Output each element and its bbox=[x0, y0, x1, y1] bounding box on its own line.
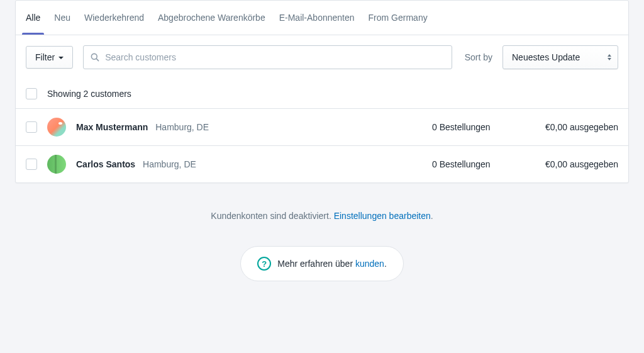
svg-line-1 bbox=[97, 59, 99, 60]
customer-location: Hamburg, DE bbox=[155, 122, 209, 132]
caret-down-icon bbox=[58, 57, 64, 59]
tab-wiederkehrend[interactable]: Wiederkehrend bbox=[84, 1, 144, 35]
avatar bbox=[47, 118, 66, 137]
tab-abgebrochene[interactable]: Abgebrochene Warenkörbe bbox=[158, 1, 265, 35]
notice-text: Kundenkonten sind deaktiviert. bbox=[211, 211, 333, 221]
tab-email-abonnenten[interactable]: E-Mail-Abonnenten bbox=[279, 1, 355, 35]
sort-by-label: Sort by bbox=[465, 52, 492, 62]
help-icon: ? bbox=[257, 257, 271, 271]
toolbar: Filter Sort by Neuestes Update bbox=[16, 35, 628, 79]
sort-selected-value: Neuestes Update bbox=[512, 52, 580, 62]
help-pill[interactable]: ? Mehr erfahren über kunden. bbox=[240, 246, 404, 281]
tab-alle[interactable]: Alle bbox=[26, 1, 40, 35]
customer-name: Max Mustermann bbox=[76, 122, 148, 132]
search-field[interactable] bbox=[83, 45, 452, 69]
row-checkbox[interactable] bbox=[26, 121, 37, 133]
select-all-checkbox[interactable] bbox=[26, 88, 37, 99]
help-suffix: . bbox=[384, 259, 387, 269]
sort-select[interactable]: Neuestes Update bbox=[502, 45, 618, 69]
help-prefix: Mehr erfahren über bbox=[277, 259, 355, 269]
filter-button[interactable]: Filter bbox=[26, 46, 73, 69]
avatar bbox=[47, 155, 66, 174]
customer-spent: €0,00 ausgegeben bbox=[524, 159, 618, 169]
edit-settings-link[interactable]: Einstellungen bearbeiten bbox=[334, 211, 431, 221]
search-input[interactable] bbox=[105, 52, 445, 62]
customers-card: Alle Neu Wiederkehrend Abgebrochene Ware… bbox=[15, 0, 629, 183]
customer-orders: 0 Bestellungen bbox=[432, 122, 514, 132]
showing-count: Showing 2 customers bbox=[47, 89, 131, 99]
customer-location: Hamburg, DE bbox=[143, 159, 196, 169]
filter-button-label: Filter bbox=[35, 52, 55, 62]
tab-neu[interactable]: Neu bbox=[54, 1, 70, 35]
notice-suffix: . bbox=[431, 211, 433, 221]
table-row[interactable]: Max Mustermann Hamburg, DE 0 Bestellunge… bbox=[16, 109, 628, 146]
row-checkbox[interactable] bbox=[26, 159, 37, 170]
search-icon bbox=[90, 52, 100, 62]
customer-orders: 0 Bestellungen bbox=[432, 159, 514, 169]
tabs: Alle Neu Wiederkehrend Abgebrochene Ware… bbox=[16, 1, 628, 35]
customer-spent: €0,00 ausgegeben bbox=[524, 122, 618, 132]
table-row[interactable]: Carlos Santos Hamburg, DE 0 Bestellungen… bbox=[16, 146, 628, 182]
select-caret-icon bbox=[608, 54, 611, 60]
tab-from-germany[interactable]: From Germany bbox=[369, 1, 428, 35]
accounts-disabled-notice: Kundenkonten sind deaktiviert. Einstellu… bbox=[15, 211, 629, 221]
customer-name: Carlos Santos bbox=[76, 159, 135, 169]
table-header: Showing 2 customers bbox=[16, 79, 628, 109]
help-link[interactable]: kunden bbox=[355, 259, 384, 269]
